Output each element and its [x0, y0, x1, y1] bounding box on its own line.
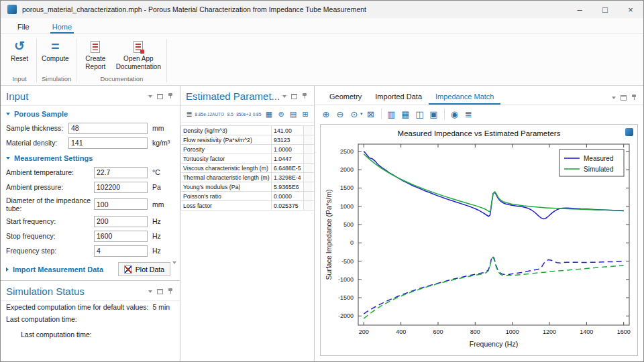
minimize-button[interactable]: – [567, 1, 592, 18]
significant-digits-icon[interactable]: 8.5 [225, 109, 235, 119]
collapse-panel-icon[interactable] [612, 97, 616, 99]
scientific-notation-icon[interactable]: 8.85e-12 [196, 109, 211, 119]
table-row[interactable]: Porosity 1.0000 [180, 145, 314, 154]
field-ambient-pressure: Ambient pressure: Pa [1, 180, 180, 194]
estimated-parameters-header: Estimated Paramet... [180, 86, 314, 106]
plot-title: Measured Impedance vs Estimated Paramete… [321, 125, 637, 137]
section-header-measurement-settings[interactable]: Measurement Settings [1, 150, 180, 165]
scrollbar-down-arrow[interactable] [170, 259, 178, 267]
ribbon: ↺ Reset Input = Compute Simulation Creat… [1, 34, 643, 86]
status-last-computation: Last computation time: [1, 313, 180, 325]
svg-text:Simulated: Simulated [584, 166, 613, 173]
tube-diameter-input[interactable] [94, 198, 148, 210]
close-button[interactable]: × [618, 1, 643, 18]
print-icon[interactable]: ≣ [463, 108, 475, 120]
tab-impedance-match[interactable]: Impedance Match [429, 90, 500, 105]
chevron-down-icon [6, 113, 10, 115]
reset-button[interactable]: ↺ Reset [5, 36, 34, 63]
tab-geometry[interactable]: Geometry [323, 90, 368, 105]
field-stop-frequency: Stop frequency: Hz [1, 229, 180, 243]
zoom-in-icon[interactable]: ⊕ [320, 108, 332, 120]
pin-panel-icon[interactable] [631, 95, 637, 101]
ribbon-group-simulation: = Compute Simulation [39, 36, 74, 85]
zoom-out-icon[interactable]: ⊖ [334, 108, 346, 120]
stop-frequency-input[interactable] [94, 231, 148, 242]
table-row[interactable]: Young's modulus (Pa) 5.9365E6 [180, 182, 314, 192]
plot-settings-icon[interactable]: ▦ [400, 108, 412, 120]
table-row[interactable]: Viscous characteristic length (m) 6.6488… [180, 164, 314, 173]
sample-thickness-input[interactable] [68, 123, 148, 134]
decimal-notation-icon[interactable]: 0.85 [252, 109, 262, 119]
ribbon-tab-bar: File Home [1, 18, 643, 34]
plot-window[interactable]: Measured Impedance vs Estimated Paramete… [320, 124, 638, 356]
copy-table-icon[interactable]: ▤ [288, 109, 299, 119]
import-measurement-data-row: Import Measurement Data Plot Data [1, 258, 180, 280]
table-row[interactable]: Thermal characteristic length (m) 1.3298… [180, 173, 314, 182]
ambient-pressure-input[interactable] [94, 182, 148, 193]
full-precision-icon[interactable]: ≣ [184, 109, 195, 119]
chevron-down-icon [6, 157, 10, 160]
tab-home[interactable]: Home [50, 21, 74, 34]
svg-text:0: 0 [350, 239, 354, 246]
panel-controls [612, 95, 638, 105]
float-panel-icon[interactable] [157, 289, 163, 294]
float-panel-icon[interactable] [157, 94, 163, 99]
unit-system-icon[interactable]: ⊚ [276, 109, 286, 119]
tab-file[interactable]: File [15, 21, 32, 34]
pin-panel-icon[interactable] [168, 288, 173, 294]
estimated-parameters-panel: Estimated Paramet... ≣ 8.85e-12 AUTO 8.5… [180, 86, 315, 361]
table-row[interactable]: Density (kg/m^3) 141.00 [180, 125, 314, 135]
field-start-frequency: Start frequency: Hz [1, 214, 180, 229]
plot-data-button[interactable]: Plot Data [118, 262, 170, 276]
table-row[interactable]: Tortuosity factor 1.0447 [180, 154, 314, 164]
engineering-notation-icon[interactable]: 850e+3 [237, 109, 250, 119]
zoom-box-icon[interactable]: ⊙ [348, 108, 360, 120]
legend-toggle-icon[interactable]: ◫ [414, 108, 426, 120]
maximize-button[interactable]: □ [592, 1, 618, 18]
table-row[interactable]: Flow resistivity (Pa*s/m^2) 93123 [180, 135, 314, 145]
pin-panel-icon[interactable] [302, 93, 307, 99]
ribbon-group-label-input: Input [5, 74, 34, 85]
svg-text:Frequency (Hz): Frequency (Hz) [470, 340, 518, 348]
export-table-icon[interactable]: ⊞ [300, 109, 311, 119]
frequency-step-input[interactable] [94, 245, 148, 257]
table-row[interactable]: Loss factor 0.025375 [180, 201, 314, 210]
panel-controls [282, 93, 309, 99]
automatic-notation-icon[interactable]: AUTO [213, 109, 224, 119]
comsol-logo-icon [625, 128, 633, 136]
chevron-down-icon[interactable]: ▾ [360, 111, 363, 117]
ribbon-group-label-documentation: Documentation [78, 74, 164, 85]
ribbon-separator [76, 39, 76, 82]
open-app-documentation-button[interactable]: Open App Documentation [112, 36, 164, 71]
pin-panel-icon[interactable] [168, 93, 173, 99]
collapse-panel-icon[interactable] [282, 95, 286, 98]
start-frequency-input[interactable] [94, 216, 148, 227]
field-ambient-temperature: Ambient temperature: °C [1, 165, 180, 180]
ambient-temperature-input[interactable] [94, 167, 148, 178]
section-header-porous-sample[interactable]: Porous Sample [1, 106, 180, 121]
zoom-extents-icon[interactable]: ⊠ [365, 108, 377, 120]
table-row[interactable]: Poisson's ratio 0.0000 [180, 192, 314, 201]
create-report-button[interactable]: Create Report [78, 36, 112, 71]
tab-imported-data[interactable]: Imported Data [368, 90, 429, 105]
estimated-parameters-title: Estimated Paramet... [186, 90, 282, 102]
svg-text:-1000: -1000 [338, 276, 354, 283]
compute-button[interactable]: = Compute [39, 36, 72, 63]
snapshot-icon[interactable]: ◉ [449, 108, 461, 120]
plot-grid-icon[interactable]: ▥ [386, 108, 398, 120]
float-panel-icon[interactable] [291, 94, 297, 99]
svg-text:-1500: -1500 [338, 294, 354, 301]
axis-settings-icon[interactable]: ▣ [428, 108, 440, 120]
collapse-panel-icon[interactable] [148, 290, 152, 293]
compute-icon: = [51, 40, 59, 53]
table-grid-icon[interactable]: ▦ [264, 109, 274, 119]
collapse-panel-icon[interactable] [148, 95, 152, 98]
ribbon-group-documentation: Create Report Open App Documentation Doc… [78, 36, 164, 85]
section-header-import-measurement-data[interactable]: Import Measurement Data [1, 265, 118, 274]
float-panel-icon[interactable] [621, 95, 627, 101]
estimated-parameters-table: Density (kg/m^3) 141.00 Flow resistivity… [180, 125, 314, 210]
field-tube-diameter: Diameter of the impedance tube: mm [1, 194, 180, 214]
app-window: porous_material_characterization.mph - P… [0, 0, 644, 362]
svg-text:Measured: Measured [584, 155, 613, 162]
material-density-input[interactable] [68, 137, 148, 149]
